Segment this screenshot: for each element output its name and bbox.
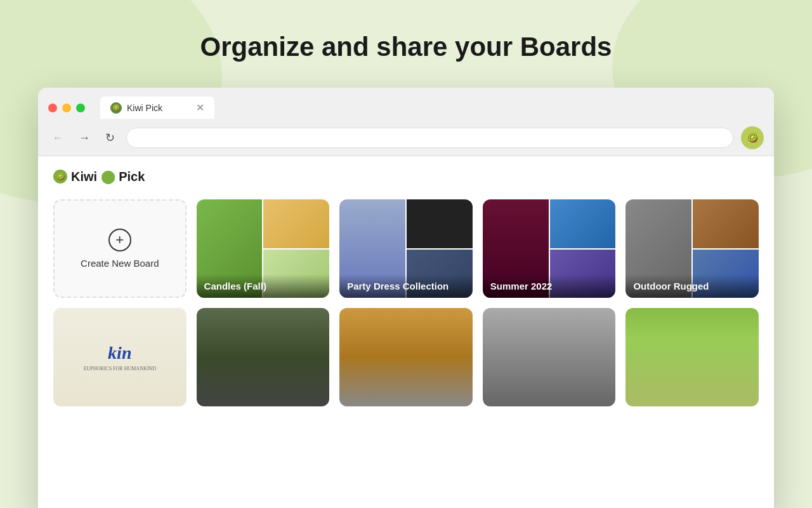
board-card-kin[interactable]: kin EUPHORICS FOR HUMANKIND — [53, 308, 187, 406]
board-card-outdoor[interactable]: Outdoor Rugged — [625, 199, 759, 298]
maximize-button[interactable] — [76, 104, 85, 112]
board-card-street[interactable] — [483, 308, 616, 406]
boards-row-1: + Create New Board Candles (Fall) — [53, 199, 759, 298]
boards-row-2: kin EUPHORICS FOR HUMANKIND — [53, 308, 759, 406]
board-card-jacket1[interactable] — [197, 308, 330, 406]
party-label: Party Dress Collection — [339, 274, 473, 298]
candles-img-2 — [263, 199, 329, 248]
page-title: Organize and share your Boards — [0, 0, 812, 62]
outdoor-label: Outdoor Rugged — [625, 274, 759, 298]
logo-pick: ⬤ — [101, 169, 115, 184]
minimize-button[interactable] — [62, 104, 71, 112]
back-button[interactable]: ← — [48, 129, 67, 147]
browser-tab[interactable]: 🥝 Kiwi Pick ✕ — [100, 97, 214, 119]
board-card-summer[interactable]: Summer 2022 — [483, 199, 616, 298]
outdoor-img-2 — [693, 199, 759, 248]
create-new-board-card[interactable]: + Create New Board — [53, 199, 187, 298]
forward-button[interactable]: → — [75, 129, 94, 147]
summer-img-2 — [550, 199, 616, 248]
tab-bar: 🥝 Kiwi Pick ✕ — [100, 97, 214, 119]
party-img-2 — [407, 199, 473, 248]
tab-close-button[interactable]: ✕ — [196, 102, 204, 114]
close-button[interactable] — [48, 104, 57, 112]
street-image — [483, 308, 616, 406]
create-plus-icon: + — [108, 229, 131, 251]
browser-chrome: 🥝 Kiwi Pick ✕ ← → ↻ 🥝 — [38, 88, 774, 156]
browser-window: 🥝 Kiwi Pick ✕ ← → ↻ 🥝 🥝 Kiwi⬤Pick + Cre — [38, 88, 774, 508]
kin-image: kin EUPHORICS FOR HUMANKIND — [53, 308, 187, 406]
board-card-jacket2[interactable] — [339, 308, 473, 406]
logo-kiwi-icon: 🥝 — [53, 170, 67, 184]
browser-nav-row: ← → ↻ 🥝 — [48, 126, 764, 149]
logo-text: Kiwi — [71, 170, 97, 184]
jacket1-image — [197, 308, 330, 406]
address-bar[interactable] — [126, 128, 733, 148]
tab-title: Kiwi Pick — [127, 103, 162, 113]
profile-button[interactable]: 🥝 — [741, 126, 764, 149]
board-card-party[interactable]: Party Dress Collection — [339, 199, 473, 298]
create-board-label: Create New Board — [81, 258, 159, 269]
browser-top-bar: 🥝 Kiwi Pick ✕ — [48, 97, 764, 119]
candles-label: Candles (Fall) — [197, 274, 330, 298]
kiwi-favicon: 🥝 — [110, 102, 122, 114]
refresh-button[interactable]: ↻ — [102, 128, 119, 147]
board-card-candles[interactable]: Candles (Fall) — [197, 199, 330, 298]
app-logo: 🥝 Kiwi⬤Pick — [53, 169, 759, 184]
jacket2-image — [339, 308, 473, 406]
green-image — [625, 308, 759, 406]
summer-label: Summer 2022 — [483, 274, 616, 298]
board-card-green[interactable] — [625, 308, 759, 406]
app-content: 🥝 Kiwi⬤Pick + Create New Board Candles (… — [38, 156, 774, 508]
